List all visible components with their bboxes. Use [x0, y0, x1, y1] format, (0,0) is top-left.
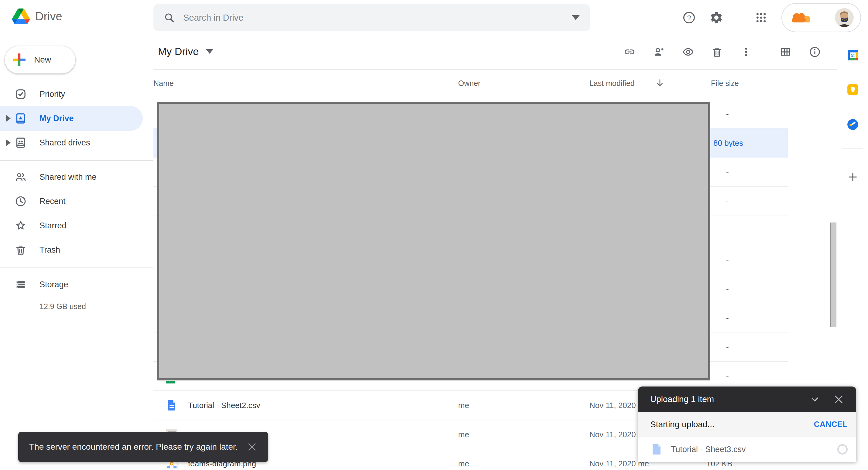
- page-title-text: My Drive: [158, 45, 199, 57]
- file-size-cell: -: [726, 187, 729, 216]
- file-size-cell: -: [726, 274, 729, 303]
- table-header-divider: [153, 96, 788, 96]
- sidebar-item-shared-with-me[interactable]: Shared with me: [0, 165, 143, 190]
- preview-button[interactable]: [681, 44, 696, 60]
- arrow-down-icon: [655, 78, 665, 88]
- sidebar-item-label: Shared drives: [39, 138, 90, 147]
- trash-icon: [14, 244, 27, 256]
- csv-file-icon: [165, 399, 178, 411]
- error-toast: The server encountered an error. Please …: [18, 432, 268, 462]
- search-options-caret-icon[interactable]: [572, 15, 580, 20]
- tasks-panel-button[interactable]: [846, 118, 859, 131]
- my-drive-icon: [14, 112, 27, 125]
- grid-view-button[interactable]: [778, 44, 793, 60]
- column-header-name[interactable]: Name: [153, 79, 174, 88]
- account-pill[interactable]: [781, 3, 861, 32]
- google-apps-button[interactable]: [754, 11, 768, 24]
- owner-cell: me: [458, 449, 469, 470]
- redacted-region: [157, 102, 710, 380]
- sidebar-item-my-drive[interactable]: My Drive: [0, 106, 143, 131]
- sidebar-item-trash[interactable]: Trash: [0, 237, 143, 262]
- owner-cell: me: [458, 420, 469, 449]
- person-add-icon: [653, 46, 665, 58]
- vertical-scrollbar[interactable]: [830, 223, 836, 327]
- file-name-cell: Tutorial - Sheet2.csv: [188, 391, 260, 420]
- sidebar-divider: [0, 160, 153, 161]
- keep-icon: [846, 83, 859, 96]
- avatar-photo: [835, 8, 854, 27]
- keep-panel-button[interactable]: [846, 83, 859, 96]
- file-size-cell: -: [726, 99, 729, 128]
- info-button[interactable]: [807, 44, 823, 60]
- svg-text:31: 31: [851, 54, 855, 58]
- share-button[interactable]: [651, 44, 666, 60]
- svg-text:?: ?: [687, 14, 691, 22]
- page-title[interactable]: My Drive: [158, 45, 213, 57]
- side-panel-section-divider: [842, 148, 863, 148]
- settings-button[interactable]: [710, 11, 723, 24]
- shared-drives-icon: [14, 137, 27, 149]
- link-icon: [624, 46, 635, 58]
- recent-icon: [14, 195, 27, 207]
- chevron-down-icon[interactable]: [206, 49, 213, 54]
- search-bar[interactable]: [153, 4, 590, 31]
- eye-icon: [682, 46, 694, 58]
- chevron-down-icon: [809, 394, 820, 405]
- upload-minimize-button[interactable]: [809, 393, 821, 405]
- upload-panel: Uploading 1 item Starting upload... CANC…: [638, 387, 856, 462]
- upload-cancel-button[interactable]: CANCEL: [814, 419, 848, 429]
- sidebar-item-label: Priority: [39, 90, 65, 99]
- search-input[interactable]: [183, 13, 572, 23]
- sidebar-item-label: My Drive: [39, 114, 74, 123]
- sort-direction-button[interactable]: [655, 78, 665, 89]
- upload-close-icon[interactable]: [833, 394, 844, 405]
- csv-file-icon: [165, 399, 178, 411]
- drive-logo[interactable]: Drive: [12, 8, 62, 24]
- new-button-label: New: [34, 55, 51, 65]
- column-header-modified[interactable]: Last modified: [589, 79, 635, 88]
- new-plus-icon: [12, 53, 26, 67]
- expand-caret-icon[interactable]: [6, 139, 11, 146]
- upload-spinner: [837, 444, 848, 455]
- sidebar-item-label: Trash: [39, 245, 60, 255]
- grid-view-icon: [780, 46, 792, 58]
- expand-caret-icon[interactable]: [6, 115, 11, 122]
- help-button[interactable]: ?: [682, 11, 696, 24]
- search-icon: [164, 12, 175, 23]
- sidebar-item-starred[interactable]: Starred: [0, 213, 143, 238]
- sidebar-item-label: Storage: [39, 280, 68, 289]
- uploading-file-name: Tutorial - Sheet3.csv: [671, 445, 837, 454]
- calendar-panel-button[interactable]: 31: [846, 49, 859, 62]
- upload-panel-title: Uploading 1 item: [650, 394, 809, 404]
- cloudflare-logo-icon: [789, 10, 812, 25]
- avatar[interactable]: [835, 8, 854, 27]
- toast-close-icon[interactable]: [247, 442, 257, 452]
- uploading-file-row[interactable]: Tutorial - Sheet3.csv: [638, 437, 856, 462]
- delete-button[interactable]: [709, 44, 724, 60]
- trash-icon: [711, 46, 723, 58]
- sidebar-item-priority[interactable]: Priority: [0, 82, 143, 107]
- more-vertical-icon: [741, 46, 752, 57]
- storage-icon: [14, 278, 27, 291]
- sidebar-item-label: Recent: [39, 197, 66, 206]
- drive-logo-icon: [12, 8, 30, 24]
- plus-icon: [847, 171, 859, 183]
- sidebar-item-recent[interactable]: Recent: [0, 189, 143, 214]
- upload-panel-header: Uploading 1 item: [638, 387, 856, 412]
- add-panel-app-button[interactable]: [846, 171, 859, 183]
- file-size-cell: -: [726, 158, 729, 187]
- file-size-cell: 80 bytes: [713, 128, 743, 158]
- sidebar-item-storage[interactable]: Storage: [0, 272, 143, 297]
- sidebar-item-shared-drives[interactable]: Shared drives: [0, 130, 143, 155]
- get-link-button[interactable]: [622, 44, 637, 60]
- file-size-cell: -: [726, 216, 729, 245]
- header-divider: [153, 69, 837, 70]
- more-actions-button[interactable]: [739, 44, 754, 60]
- toolbar-divider: [767, 43, 767, 61]
- column-header-owner[interactable]: Owner: [458, 79, 480, 88]
- storage-used-text: 12.9 GB used: [39, 302, 86, 311]
- column-header-size[interactable]: File size: [711, 79, 739, 88]
- owner-cell: me: [458, 391, 469, 420]
- new-button[interactable]: New: [5, 46, 75, 73]
- starred-icon: [14, 220, 27, 232]
